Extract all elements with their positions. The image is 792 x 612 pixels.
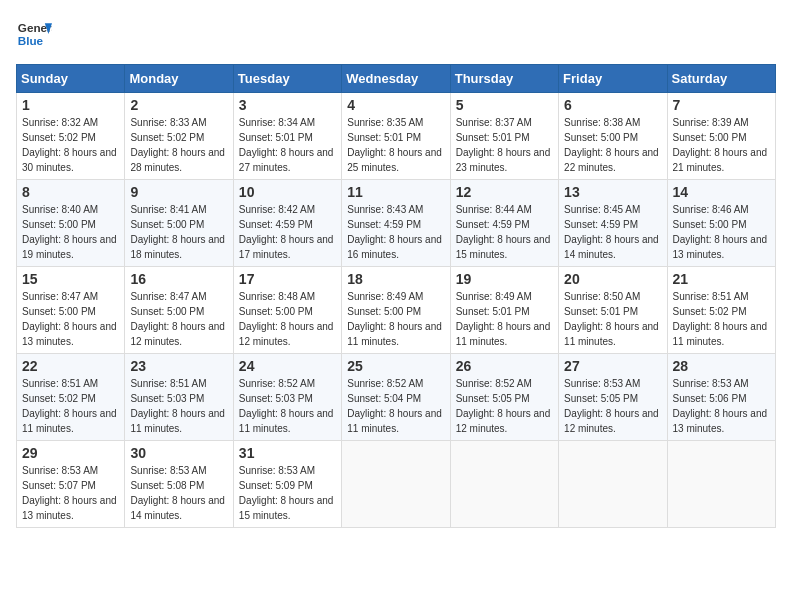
day-number: 10	[239, 184, 336, 200]
logo-icon: General Blue	[16, 16, 52, 52]
day-number: 20	[564, 271, 661, 287]
day-number: 21	[673, 271, 770, 287]
day-number: 25	[347, 358, 444, 374]
calendar-day-cell: 22Sunrise: 8:51 AMSunset: 5:02 PMDayligh…	[17, 354, 125, 441]
calendar-day-cell: 21Sunrise: 8:51 AMSunset: 5:02 PMDayligh…	[667, 267, 775, 354]
calendar-day-cell: 23Sunrise: 8:51 AMSunset: 5:03 PMDayligh…	[125, 354, 233, 441]
calendar-day-cell: 29Sunrise: 8:53 AMSunset: 5:07 PMDayligh…	[17, 441, 125, 528]
calendar-day-cell: 24Sunrise: 8:52 AMSunset: 5:03 PMDayligh…	[233, 354, 341, 441]
day-number: 15	[22, 271, 119, 287]
calendar-week-row: 15Sunrise: 8:47 AMSunset: 5:00 PMDayligh…	[17, 267, 776, 354]
calendar-day-cell: 20Sunrise: 8:50 AMSunset: 5:01 PMDayligh…	[559, 267, 667, 354]
day-info: Sunrise: 8:52 AMSunset: 5:04 PMDaylight:…	[347, 376, 444, 436]
weekday-header-row: SundayMondayTuesdayWednesdayThursdayFrid…	[17, 65, 776, 93]
calendar-day-cell: 17Sunrise: 8:48 AMSunset: 5:00 PMDayligh…	[233, 267, 341, 354]
calendar-day-cell: 1Sunrise: 8:32 AMSunset: 5:02 PMDaylight…	[17, 93, 125, 180]
svg-text:Blue: Blue	[18, 34, 44, 47]
day-number: 22	[22, 358, 119, 374]
day-info: Sunrise: 8:53 AMSunset: 5:06 PMDaylight:…	[673, 376, 770, 436]
day-info: Sunrise: 8:33 AMSunset: 5:02 PMDaylight:…	[130, 115, 227, 175]
day-number: 9	[130, 184, 227, 200]
calendar-day-cell: 11Sunrise: 8:43 AMSunset: 4:59 PMDayligh…	[342, 180, 450, 267]
day-number: 7	[673, 97, 770, 113]
day-number: 16	[130, 271, 227, 287]
day-info: Sunrise: 8:32 AMSunset: 5:02 PMDaylight:…	[22, 115, 119, 175]
calendar-day-cell: 19Sunrise: 8:49 AMSunset: 5:01 PMDayligh…	[450, 267, 558, 354]
calendar-day-cell: 16Sunrise: 8:47 AMSunset: 5:00 PMDayligh…	[125, 267, 233, 354]
day-number: 19	[456, 271, 553, 287]
calendar-week-row: 22Sunrise: 8:51 AMSunset: 5:02 PMDayligh…	[17, 354, 776, 441]
calendar-day-cell: 5Sunrise: 8:37 AMSunset: 5:01 PMDaylight…	[450, 93, 558, 180]
day-info: Sunrise: 8:34 AMSunset: 5:01 PMDaylight:…	[239, 115, 336, 175]
day-number: 24	[239, 358, 336, 374]
day-info: Sunrise: 8:47 AMSunset: 5:00 PMDaylight:…	[130, 289, 227, 349]
day-number: 27	[564, 358, 661, 374]
day-number: 29	[22, 445, 119, 461]
day-number: 12	[456, 184, 553, 200]
day-number: 30	[130, 445, 227, 461]
day-number: 1	[22, 97, 119, 113]
day-info: Sunrise: 8:40 AMSunset: 5:00 PMDaylight:…	[22, 202, 119, 262]
day-info: Sunrise: 8:38 AMSunset: 5:00 PMDaylight:…	[564, 115, 661, 175]
day-info: Sunrise: 8:46 AMSunset: 5:00 PMDaylight:…	[673, 202, 770, 262]
calendar-day-cell: 7Sunrise: 8:39 AMSunset: 5:00 PMDaylight…	[667, 93, 775, 180]
calendar-day-cell: 18Sunrise: 8:49 AMSunset: 5:00 PMDayligh…	[342, 267, 450, 354]
day-info: Sunrise: 8:51 AMSunset: 5:02 PMDaylight:…	[673, 289, 770, 349]
calendar-day-cell	[342, 441, 450, 528]
day-number: 14	[673, 184, 770, 200]
weekday-header-saturday: Saturday	[667, 65, 775, 93]
day-info: Sunrise: 8:48 AMSunset: 5:00 PMDaylight:…	[239, 289, 336, 349]
day-number: 4	[347, 97, 444, 113]
day-info: Sunrise: 8:50 AMSunset: 5:01 PMDaylight:…	[564, 289, 661, 349]
calendar-day-cell: 9Sunrise: 8:41 AMSunset: 5:00 PMDaylight…	[125, 180, 233, 267]
day-info: Sunrise: 8:51 AMSunset: 5:03 PMDaylight:…	[130, 376, 227, 436]
day-info: Sunrise: 8:39 AMSunset: 5:00 PMDaylight:…	[673, 115, 770, 175]
day-number: 2	[130, 97, 227, 113]
calendar-day-cell: 3Sunrise: 8:34 AMSunset: 5:01 PMDaylight…	[233, 93, 341, 180]
day-info: Sunrise: 8:51 AMSunset: 5:02 PMDaylight:…	[22, 376, 119, 436]
calendar-day-cell	[559, 441, 667, 528]
calendar-day-cell: 14Sunrise: 8:46 AMSunset: 5:00 PMDayligh…	[667, 180, 775, 267]
weekday-header-monday: Monday	[125, 65, 233, 93]
day-number: 17	[239, 271, 336, 287]
day-info: Sunrise: 8:43 AMSunset: 4:59 PMDaylight:…	[347, 202, 444, 262]
day-info: Sunrise: 8:41 AMSunset: 5:00 PMDaylight:…	[130, 202, 227, 262]
calendar-day-cell: 6Sunrise: 8:38 AMSunset: 5:00 PMDaylight…	[559, 93, 667, 180]
weekday-header-wednesday: Wednesday	[342, 65, 450, 93]
calendar-day-cell: 28Sunrise: 8:53 AMSunset: 5:06 PMDayligh…	[667, 354, 775, 441]
day-number: 23	[130, 358, 227, 374]
day-number: 3	[239, 97, 336, 113]
page-header: General Blue	[16, 16, 776, 52]
calendar-table: SundayMondayTuesdayWednesdayThursdayFrid…	[16, 64, 776, 528]
calendar-day-cell: 25Sunrise: 8:52 AMSunset: 5:04 PMDayligh…	[342, 354, 450, 441]
calendar-day-cell: 15Sunrise: 8:47 AMSunset: 5:00 PMDayligh…	[17, 267, 125, 354]
calendar-week-row: 1Sunrise: 8:32 AMSunset: 5:02 PMDaylight…	[17, 93, 776, 180]
calendar-day-cell: 13Sunrise: 8:45 AMSunset: 4:59 PMDayligh…	[559, 180, 667, 267]
day-info: Sunrise: 8:47 AMSunset: 5:00 PMDaylight:…	[22, 289, 119, 349]
day-number: 11	[347, 184, 444, 200]
calendar-week-row: 29Sunrise: 8:53 AMSunset: 5:07 PMDayligh…	[17, 441, 776, 528]
day-info: Sunrise: 8:53 AMSunset: 5:08 PMDaylight:…	[130, 463, 227, 523]
day-info: Sunrise: 8:53 AMSunset: 5:05 PMDaylight:…	[564, 376, 661, 436]
weekday-header-thursday: Thursday	[450, 65, 558, 93]
day-number: 31	[239, 445, 336, 461]
day-info: Sunrise: 8:35 AMSunset: 5:01 PMDaylight:…	[347, 115, 444, 175]
day-number: 28	[673, 358, 770, 374]
day-number: 8	[22, 184, 119, 200]
day-info: Sunrise: 8:44 AMSunset: 4:59 PMDaylight:…	[456, 202, 553, 262]
calendar-week-row: 8Sunrise: 8:40 AMSunset: 5:00 PMDaylight…	[17, 180, 776, 267]
day-number: 13	[564, 184, 661, 200]
weekday-header-friday: Friday	[559, 65, 667, 93]
weekday-header-tuesday: Tuesday	[233, 65, 341, 93]
day-info: Sunrise: 8:53 AMSunset: 5:07 PMDaylight:…	[22, 463, 119, 523]
calendar-day-cell: 2Sunrise: 8:33 AMSunset: 5:02 PMDaylight…	[125, 93, 233, 180]
day-info: Sunrise: 8:53 AMSunset: 5:09 PMDaylight:…	[239, 463, 336, 523]
day-number: 18	[347, 271, 444, 287]
day-number: 26	[456, 358, 553, 374]
calendar-day-cell: 10Sunrise: 8:42 AMSunset: 4:59 PMDayligh…	[233, 180, 341, 267]
calendar-day-cell: 26Sunrise: 8:52 AMSunset: 5:05 PMDayligh…	[450, 354, 558, 441]
calendar-day-cell	[450, 441, 558, 528]
day-info: Sunrise: 8:37 AMSunset: 5:01 PMDaylight:…	[456, 115, 553, 175]
day-number: 5	[456, 97, 553, 113]
logo: General Blue	[16, 16, 52, 52]
